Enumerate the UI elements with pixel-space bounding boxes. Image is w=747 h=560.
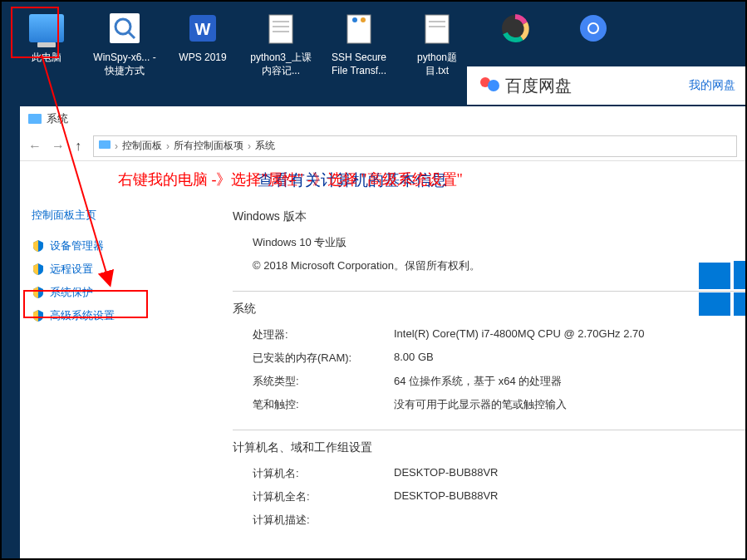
info-value: 64 位操作系统，基于 x64 的处理器 [394, 374, 745, 389]
desktop-icon-label: SSH Secure File Transf... [327, 52, 391, 77]
desktop-icon-ssh[interactable]: SSH Secure File Transf... [327, 8, 391, 95]
info-value: 没有可用于此显示器的笔或触控输入 [394, 397, 745, 412]
svg-rect-9 [347, 15, 371, 43]
svg-rect-25 [699, 292, 730, 316]
breadcrumb-sep: › [115, 140, 118, 152]
sidebar-item-remote-settings[interactable]: 远程设置 [32, 258, 150, 281]
info-label: 处理器: [253, 327, 394, 342]
info-row: 计算机描述: [233, 508, 745, 532]
forward-arrow-icon[interactable]: → [52, 139, 65, 154]
svg-rect-5 [269, 15, 292, 43]
svg-point-18 [589, 24, 597, 32]
section-divider [233, 291, 745, 292]
sidebar-item-label: 高级系统设置 [50, 308, 115, 323]
section-divider [233, 430, 745, 430]
breadcrumb-item[interactable]: 系统 [255, 139, 275, 153]
shield-icon [32, 286, 45, 299]
breadcrumb-bar: ← → ↑ › 控制面板 › 所有控制面板项 › 系统 [20, 131, 745, 161]
svg-rect-21 [99, 140, 111, 149]
sidebar-item-advanced-settings[interactable]: 高级系统设置 [32, 304, 150, 327]
desktop-icon-winspy[interactable]: WinSpy-x6... - 快捷方式 [93, 8, 156, 95]
svg-point-20 [488, 80, 499, 91]
colorful-circle-icon [499, 12, 532, 45]
info-value: 8.00 GB [394, 351, 745, 366]
system-icon [28, 114, 42, 124]
info-row: 计算机全名:DESKTOP-BUB88VR [233, 485, 745, 508]
sidebar-item-label: 系统保护 [50, 285, 93, 300]
windows-edition-value: Windows 10 专业版 [253, 235, 745, 250]
breadcrumb-item[interactable]: 所有控制面板项 [174, 139, 243, 153]
info-value: DESKTOP-BUB88VR [394, 489, 745, 504]
desktop-icon-label: 此电脑 [32, 52, 61, 65]
copyright-text: © 2018 Microsoft Corporation。保留所有权利。 [253, 258, 745, 273]
window-body: 控制面板主页 设备管理器 远程设置 系统保护 高级系统设置 查看有关计算机的基本… [20, 161, 745, 558]
text-doc-icon [420, 12, 454, 45]
sidebar-item-label: 远程设置 [50, 262, 93, 277]
back-arrow-icon[interactable]: ← [28, 139, 42, 154]
svg-rect-24 [734, 261, 747, 289]
ssh-icon [342, 12, 376, 45]
info-label: 系统类型: [253, 374, 394, 389]
chrome-icon [577, 12, 610, 45]
sidebar-item-device-manager[interactable]: 设备管理器 [32, 234, 150, 258]
breadcrumb[interactable]: › 控制面板 › 所有控制面板项 › 系统 [93, 135, 737, 157]
window-title-bar: 系统 [20, 106, 745, 131]
desktop-icon-python-txt[interactable]: python题目.txt [405, 8, 469, 95]
magnifier-icon [108, 12, 141, 45]
windows-logo-icon [695, 258, 747, 316]
system-small-icon [99, 140, 111, 152]
info-label: 计算机描述: [253, 513, 394, 528]
desktop-icon-wps[interactable]: W WPS 2019 [171, 8, 234, 95]
info-label: 计算机全名: [253, 489, 394, 504]
info-row: 处理器:Intel(R) Core(TM) i7-4800MQ CPU @ 2.… [233, 323, 745, 346]
sidebar-control-panel-home[interactable]: 控制面板主页 [32, 208, 150, 223]
desktop-icon-python3[interactable]: python3_上课内容记... [249, 8, 312, 95]
sidebar: 控制面板主页 设备管理器 远程设置 系统保护 高级系统设置 [20, 161, 161, 558]
desktop-icon-label: python3_上课内容记... [249, 52, 312, 77]
info-label: 笔和触控: [253, 397, 394, 412]
breadcrumb-item[interactable]: 控制面板 [122, 139, 162, 153]
shield-icon [32, 239, 45, 253]
info-value: DESKTOP-BUB88VR [394, 466, 745, 481]
sidebar-item-system-protection[interactable]: 系统保护 [32, 281, 150, 304]
wps-icon: W [186, 12, 219, 45]
desktop-icon-label: WinSpy-x6... - 快捷方式 [93, 52, 156, 77]
breadcrumb-sep: › [248, 140, 251, 152]
svg-point-10 [352, 17, 357, 22]
baidu-netdisk-popup: 百度网盘 我的网盘 [467, 66, 745, 105]
info-row: 系统类型:64 位操作系统，基于 x64 的处理器 [233, 370, 745, 393]
section-windows-edition: Windows 版本 [233, 209, 745, 224]
svg-rect-0 [110, 13, 140, 43]
section-system: 系统 [233, 302, 745, 317]
up-arrow-icon[interactable]: ↑ [75, 139, 81, 154]
svg-rect-26 [734, 292, 747, 316]
text-doc-icon [264, 12, 297, 45]
content-area: 查看有关计算机的基本信息 Windows 版本 Windows 10 专业版 ©… [161, 161, 745, 558]
annotation-instruction-text: 右键我的电脑 -》选择"属性" -》选择 "高级系统设置" [118, 169, 463, 189]
svg-rect-12 [425, 15, 449, 43]
svg-rect-23 [699, 263, 730, 289]
nav-arrows: ← → ↑ [28, 139, 81, 154]
baidu-cloud-icon [477, 74, 500, 97]
monitor-icon [29, 14, 64, 42]
info-row: 计算机名:DESKTOP-BUB88VR [233, 462, 745, 485]
sidebar-item-label: 设备管理器 [50, 238, 104, 253]
info-label: 已安装的内存(RAM): [253, 351, 394, 366]
desktop-icon-this-pc[interactable]: 此电脑 [15, 8, 78, 95]
section-computer-name: 计算机名、域和工作组设置 [233, 440, 745, 455]
info-row: 笔和触控:没有可用于此显示器的笔或触控输入 [233, 393, 745, 416]
shield-icon [32, 309, 45, 322]
breadcrumb-sep: › [166, 140, 170, 152]
info-label: 计算机名: [253, 466, 394, 481]
info-row: 已安装的内存(RAM):8.00 GB [233, 346, 745, 370]
info-value [394, 513, 745, 528]
desktop-icon-label: python题目.txt [405, 52, 469, 77]
svg-text:W: W [195, 20, 211, 38]
info-value: Intel(R) Core(TM) i7-4800MQ CPU @ 2.70GH… [394, 327, 745, 342]
window-title: 系统 [47, 111, 68, 126]
svg-point-11 [361, 17, 366, 22]
desktop-icon-label: WPS 2019 [179, 52, 226, 65]
baidu-my-disk-link[interactable]: 我的网盘 [689, 78, 735, 93]
baidu-title: 百度网盘 [477, 74, 572, 97]
shield-icon [32, 263, 45, 276]
